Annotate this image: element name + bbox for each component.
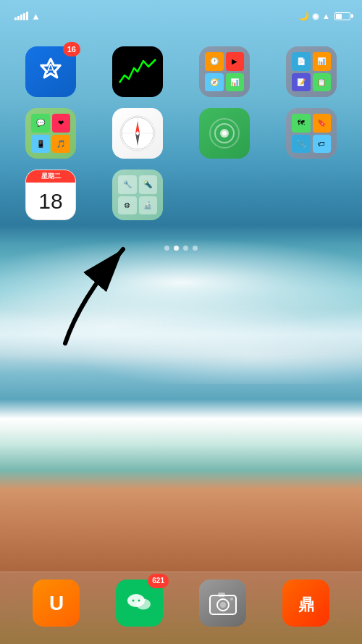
dot-2 — [174, 246, 179, 251]
dot-4 — [193, 246, 198, 251]
women-mini-3: 📱 — [31, 135, 50, 154]
appstore-badge: 16 — [63, 42, 80, 57]
app-find-iphone[interactable] — [185, 108, 264, 162]
t2-mini-3: ⚙ — [118, 196, 137, 215]
women-mini-1: 💬 — [31, 114, 50, 133]
mini-icon-3: 🧭 — [205, 73, 224, 92]
find-iphone-icon — [199, 108, 250, 159]
cases-mini-2: 🔖 — [313, 114, 332, 133]
appstore-icon-wrapper: A 16 — [25, 46, 76, 97]
women-mini-4: 🎵 — [52, 135, 71, 154]
calendar-date: 18 — [38, 191, 62, 212]
app-women[interactable]: 💬 ❤ 📱 🎵 — [11, 108, 90, 162]
mini-icon-4: 📊 — [226, 73, 245, 92]
calendar-body: 18 — [37, 183, 64, 219]
status-right: 🌙 ◉ ▲ — [298, 11, 350, 21]
tools-folder-1-icon: 🕐 ▶ 🧭 📊 — [199, 46, 250, 97]
cases-mini-3: 📎 — [292, 135, 311, 154]
eff-mini-3: 📝 — [292, 73, 311, 92]
dock-camera[interactable] — [199, 580, 246, 627]
app-grid-row1: A 16 🕐 — [0, 32, 362, 101]
eff-mini-1: 📄 — [292, 52, 311, 71]
svg-text:A: A — [46, 61, 56, 76]
t2-mini-2: 🔦 — [139, 175, 158, 194]
status-left: ▲ — [12, 11, 41, 22]
women-wrapper: 💬 ❤ 📱 🎵 — [25, 108, 76, 159]
nav-icon: ▲ — [322, 12, 330, 20]
safari-wrapper — [112, 108, 163, 159]
svg-point-10 — [222, 131, 227, 135]
t2-mini-4: 🔬 — [139, 196, 158, 215]
calendar-icon: 星期二 18 — [25, 170, 76, 220]
wechat-badge: 621 — [148, 574, 169, 588]
signal-icon — [14, 12, 28, 20]
cases-mini-4: 🏷 — [313, 135, 332, 154]
svg-text:U: U — [49, 592, 63, 614]
moon-icon: 🌙 — [298, 11, 309, 21]
stocks-icon-wrapper — [112, 46, 163, 97]
svg-rect-21 — [218, 593, 225, 597]
arrow-annotation — [36, 227, 152, 361]
app-safari[interactable] — [98, 108, 177, 162]
svg-point-22 — [230, 598, 233, 601]
efficiency-wrapper: 📄 📊 📝 📋 — [286, 46, 337, 97]
app-cases[interactable]: 🗺 🔖 📎 🏷 — [272, 108, 351, 162]
mini-icon-2: ▶ — [226, 52, 245, 71]
eff-mini-2: 📊 — [313, 52, 332, 71]
svg-point-20 — [220, 602, 226, 608]
tools-folder-2-wrapper: 🔧 🔦 ⚙ 🔬 — [112, 170, 163, 220]
svg-text:鼎: 鼎 — [298, 595, 314, 614]
eff-mini-4: 📋 — [313, 73, 332, 92]
cases-icon: 🗺 🔖 📎 🏷 — [286, 108, 337, 159]
dock: U 621 — [0, 572, 362, 644]
dock-wechat[interactable]: 621 — [116, 580, 163, 627]
app-grid-row2: 💬 ❤ 📱 🎵 — [0, 101, 362, 162]
svg-point-15 — [132, 600, 134, 602]
dot-3 — [183, 246, 188, 251]
dot-1 — [164, 246, 169, 251]
efficiency-icon: 📄 📊 📝 📋 — [286, 46, 337, 97]
cases-mini-1: 🗺 — [292, 114, 311, 133]
calendar-wrapper: 星期二 18 — [25, 170, 76, 220]
women-mini-2: ❤ — [52, 114, 71, 133]
status-bar: ▲ 🌙 ◉ ▲ — [0, 0, 362, 32]
tools-folder-2-icon: 🔧 🔦 ⚙ 🔬 — [112, 170, 163, 220]
women-icon: 💬 ❤ 📱 🎵 — [25, 108, 76, 159]
dock-dingle[interactable]: 鼎 — [282, 580, 329, 627]
wifi-icon: ▲ — [31, 11, 41, 22]
svg-point-16 — [138, 600, 140, 602]
calendar-header: 星期二 — [26, 170, 75, 183]
app-calendar[interactable]: 星期二 18 — [11, 170, 90, 224]
t2-mini-1: 🔧 — [118, 175, 137, 194]
tools-folder-1-wrapper: 🕐 ▶ 🧭 📊 — [199, 46, 250, 97]
home-screen: A 16 🕐 — [0, 32, 362, 644]
mini-icon-1: 🕐 — [205, 52, 224, 71]
dingle-icon: 鼎 — [282, 580, 329, 627]
find-iphone-wrapper — [199, 108, 250, 159]
location-icon: ◉ — [312, 12, 319, 21]
stocks-icon — [112, 46, 163, 97]
app-tools-folder-1[interactable]: 🕐 ▶ 🧭 📊 — [185, 46, 264, 101]
camera-icon — [199, 580, 246, 627]
app-appstore[interactable]: A 16 — [11, 46, 90, 101]
battery-icon — [334, 12, 350, 20]
battery — [333, 12, 350, 20]
app-efficiency[interactable]: 📄 📊 📝 📋 — [272, 46, 351, 101]
app-tools-folder-2[interactable]: 🔧 🔦 ⚙ 🔬 — [98, 170, 177, 224]
uc-browser-icon: U — [33, 580, 80, 627]
app-grid-row3: 星期二 18 🔧 🔦 ⚙ 🔬 — [0, 162, 362, 224]
app-stocks[interactable] — [98, 46, 177, 101]
dock-uc-browser[interactable]: U — [33, 580, 80, 627]
cases-wrapper: 🗺 🔖 📎 🏷 — [286, 108, 337, 159]
safari-icon — [112, 108, 163, 159]
